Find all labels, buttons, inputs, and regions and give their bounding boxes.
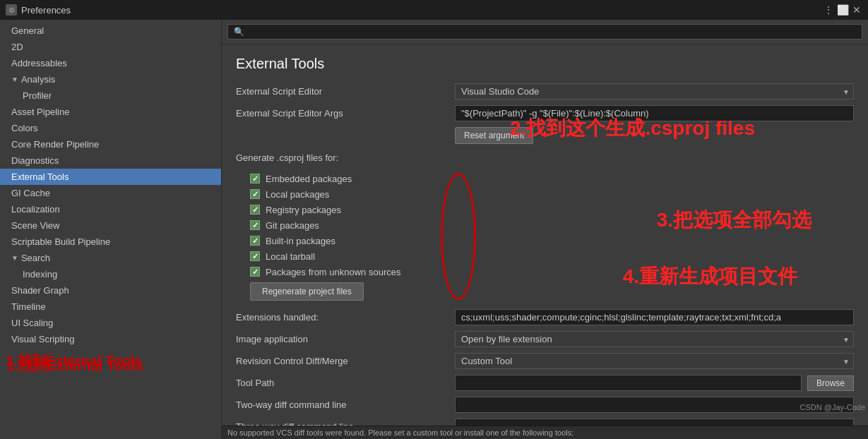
analysis-arrow: ▼ bbox=[11, 76, 18, 83]
reset-argument-row: Reset argument bbox=[236, 127, 854, 144]
sidebar-item-ui-scaling[interactable]: UI Scaling bbox=[0, 315, 221, 331]
image-app-row: Image application Open by file extension… bbox=[236, 331, 854, 347]
embedded-packages-row: ✓ Embedded packages bbox=[236, 171, 854, 186]
window-title: Preferences bbox=[21, 5, 71, 16]
local-packages-row: ✓ Local packages bbox=[236, 186, 854, 202]
external-script-editor-row: External Script Editor Visual Studio Cod… bbox=[236, 83, 854, 100]
checkmark-icon: ✓ bbox=[252, 174, 258, 184]
tool-path-input[interactable] bbox=[455, 375, 802, 391]
three-way-diff-label: Three-way diff command line bbox=[236, 421, 455, 426]
generate-label-row: Generate .csproj files for: bbox=[236, 150, 854, 165]
checkmark-icon: ✓ bbox=[252, 205, 258, 215]
checkmark-icon: ✓ bbox=[252, 252, 258, 261]
local-packages-checkbox[interactable]: ✓ bbox=[250, 189, 260, 199]
external-script-editor-label: External Script Editor bbox=[236, 86, 455, 97]
embedded-packages-label: Embedded packages bbox=[266, 174, 352, 184]
unknown-sources-checkbox[interactable]: ✓ bbox=[250, 267, 260, 277]
unknown-sources-label: Packages from unknown sources bbox=[266, 267, 400, 277]
builtin-packages-label: Built-in packages bbox=[266, 236, 335, 246]
generate-section: Generate .csproj files for: ✓ Embedded p… bbox=[236, 150, 854, 303]
external-tools-panel: External Tools External Script Editor Vi… bbox=[222, 44, 868, 426]
title-bar: ⚙ Preferences ⋮ ⬜ ✕ bbox=[0, 0, 868, 20]
external-script-editor-args-row: External Script Editor Args bbox=[236, 105, 854, 121]
sidebar-item-gi-cache[interactable]: GI Cache bbox=[0, 185, 221, 201]
sidebar-item-diagnostics[interactable]: Diagnostics bbox=[0, 152, 221, 169]
generate-csproj-label: Generate .csproj files for: bbox=[236, 152, 455, 163]
local-packages-label: Local packages bbox=[266, 189, 329, 200]
local-tarball-label: Local tarball bbox=[266, 251, 315, 262]
sidebar-item-general[interactable]: General bbox=[0, 23, 221, 39]
menu-button[interactable]: ⋮ bbox=[823, 4, 834, 16]
sidebar-item-scriptable-build-pipeline[interactable]: Scriptable Build Pipeline bbox=[0, 234, 221, 250]
embedded-packages-checkbox[interactable]: ✓ bbox=[250, 174, 260, 184]
main-layout: General 2D Addressables ▼ Analysis Profi… bbox=[0, 20, 868, 439]
sidebar-item-addressables[interactable]: Addressables bbox=[0, 55, 221, 71]
sidebar-item-indexing[interactable]: Indexing bbox=[0, 266, 221, 282]
reset-argument-button[interactable]: Reset argument bbox=[455, 127, 533, 144]
two-way-diff-label: Two-way diff command line bbox=[236, 399, 455, 410]
browse-button[interactable]: Browse bbox=[807, 375, 854, 391]
revision-control-dropdown-container: Custom Tool ▼ bbox=[455, 353, 854, 369]
sidebar-item-scene-view[interactable]: Scene View bbox=[0, 217, 221, 234]
external-script-editor-args-input[interactable] bbox=[455, 105, 854, 121]
three-way-diff-input[interactable] bbox=[455, 419, 854, 426]
maximize-button[interactable]: ⬜ bbox=[837, 4, 848, 16]
builtin-packages-row: ✓ Built-in packages bbox=[236, 233, 854, 248]
unknown-sources-row: ✓ Packages from unknown sources bbox=[236, 264, 854, 279]
registry-packages-row: ✓ Registry packages bbox=[236, 202, 854, 217]
checkmark-icon: ✓ bbox=[252, 236, 258, 246]
extensions-row: Extensions handled: bbox=[236, 309, 854, 325]
git-packages-label: Git packages bbox=[266, 220, 319, 231]
image-app-dropdown-container: Open by file extension ▼ bbox=[455, 331, 854, 347]
sidebar: General 2D Addressables ▼ Analysis Profi… bbox=[0, 20, 222, 439]
sidebar-item-colors[interactable]: Colors bbox=[0, 120, 221, 136]
local-tarball-row: ✓ Local tarball bbox=[236, 248, 854, 264]
title-bar-controls: ⋮ ⬜ ✕ bbox=[823, 4, 862, 16]
registry-packages-label: Registry packages bbox=[266, 205, 341, 215]
search-bar bbox=[222, 20, 868, 44]
sidebar-item-search[interactable]: ▼ Search bbox=[0, 250, 221, 266]
checkmark-icon: ✓ bbox=[252, 190, 258, 199]
three-way-diff-row: Three-way diff command line bbox=[236, 419, 854, 426]
window-icon: ⚙ bbox=[6, 4, 17, 16]
regenerate-button[interactable]: Regenerate project files bbox=[250, 282, 364, 301]
revision-control-row: Revision Control Diff/Merge Custom Tool … bbox=[236, 353, 854, 369]
title-bar-left: ⚙ Preferences bbox=[6, 4, 71, 16]
sidebar-item-core-render-pipeline[interactable]: Core Render Pipeline bbox=[0, 136, 221, 152]
external-script-editor-dropdown[interactable]: Visual Studio Code bbox=[455, 83, 854, 100]
external-script-editor-dropdown-container: Visual Studio Code ▼ bbox=[455, 83, 854, 100]
search-arrow: ▼ bbox=[11, 254, 18, 262]
bottom-bar-text: No supported VCS diff tools were found. … bbox=[227, 428, 573, 437]
sidebar-item-localization[interactable]: Localization bbox=[0, 201, 221, 217]
sidebar-item-visual-scripting[interactable]: Visual Scripting bbox=[0, 331, 221, 347]
annotation-1: 1.找到External Tools bbox=[0, 347, 221, 371]
git-packages-checkbox[interactable]: ✓ bbox=[250, 220, 260, 230]
close-button[interactable]: ✕ bbox=[851, 4, 862, 16]
tool-path-row: Tool Path Browse bbox=[236, 375, 854, 391]
registry-packages-checkbox[interactable]: ✓ bbox=[250, 205, 260, 215]
local-tarball-checkbox[interactable]: ✓ bbox=[250, 251, 260, 261]
sidebar-item-timeline[interactable]: Timeline bbox=[0, 299, 221, 315]
image-app-dropdown[interactable]: Open by file extension bbox=[455, 331, 854, 347]
checkmark-icon: ✓ bbox=[252, 221, 258, 230]
image-app-label: Image application bbox=[236, 334, 455, 344]
regenerate-row: Regenerate project files bbox=[236, 279, 854, 303]
search-input[interactable] bbox=[227, 24, 862, 40]
main-content: External Tools External Script Editor Vi… bbox=[222, 20, 868, 439]
sidebar-item-analysis[interactable]: ▼ Analysis bbox=[0, 71, 221, 88]
sidebar-item-2d[interactable]: 2D bbox=[0, 39, 221, 55]
revision-control-label: Revision Control Diff/Merge bbox=[236, 356, 455, 366]
sidebar-item-shader-graph[interactable]: Shader Graph bbox=[0, 282, 221, 299]
builtin-packages-checkbox[interactable]: ✓ bbox=[250, 236, 260, 246]
sidebar-item-external-tools[interactable]: External Tools bbox=[0, 169, 221, 185]
extensions-input[interactable] bbox=[455, 309, 854, 325]
two-way-diff-input[interactable] bbox=[455, 397, 854, 413]
panel-title: External Tools bbox=[236, 56, 854, 72]
sidebar-item-profiler[interactable]: Profiler bbox=[0, 88, 221, 104]
revision-control-dropdown[interactable]: Custom Tool bbox=[455, 353, 854, 369]
external-script-editor-args-label: External Script Editor Args bbox=[236, 108, 455, 119]
git-packages-row: ✓ Git packages bbox=[236, 217, 854, 233]
extensions-label: Extensions handled: bbox=[236, 312, 455, 323]
sidebar-item-asset-pipeline[interactable]: Asset Pipeline bbox=[0, 104, 221, 120]
preferences-window: ⚙ Preferences ⋮ ⬜ ✕ General 2D Addressab… bbox=[0, 0, 868, 439]
